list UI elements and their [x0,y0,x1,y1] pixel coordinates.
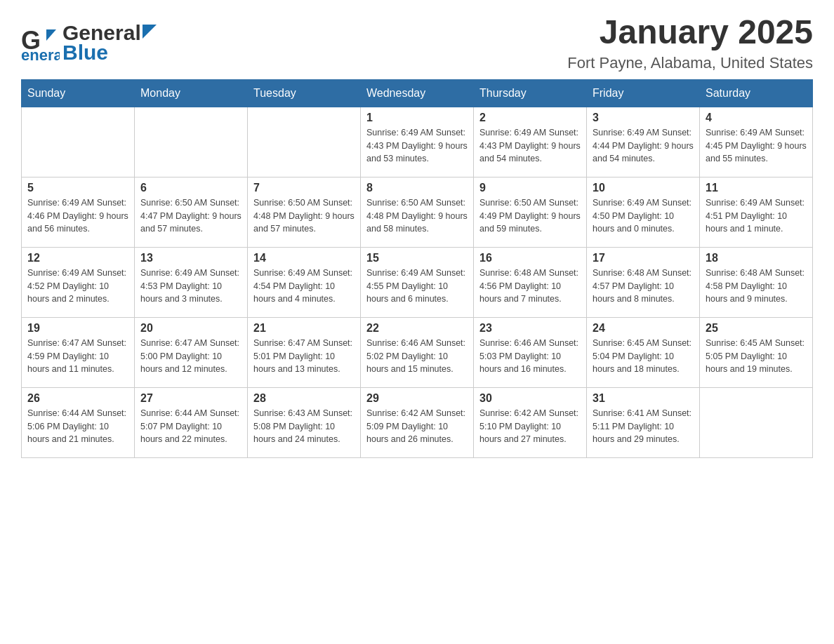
day-info: Sunrise: 6:50 AM Sunset: 4:48 PM Dayligh… [253,196,355,236]
calendar-cell: 5Sunrise: 6:49 AM Sunset: 4:46 PM Daylig… [22,177,135,247]
logo: G eneral General Blue [21,21,157,65]
calendar-cell: 27Sunrise: 6:44 AM Sunset: 5:07 PM Dayli… [135,387,248,457]
day-info: Sunrise: 6:44 AM Sunset: 5:07 PM Dayligh… [140,407,241,446]
day-info: Sunrise: 6:50 AM Sunset: 4:47 PM Dayligh… [140,196,241,236]
day-number: 24 [593,322,694,335]
calendar-cell: 1Sunrise: 6:49 AM Sunset: 4:43 PM Daylig… [361,107,474,177]
calendar-cell: 7Sunrise: 6:50 AM Sunset: 4:48 PM Daylig… [248,177,361,247]
day-info: Sunrise: 6:46 AM Sunset: 5:02 PM Dayligh… [366,337,468,376]
calendar-cell: 13Sunrise: 6:49 AM Sunset: 4:53 PM Dayli… [135,247,248,317]
weekday-header-tuesday: Tuesday [248,79,361,107]
day-number: 8 [366,182,468,194]
day-info: Sunrise: 6:41 AM Sunset: 5:11 PM Dayligh… [593,407,694,446]
svg-marker-1 [46,29,56,41]
day-info: Sunrise: 6:47 AM Sunset: 5:00 PM Dayligh… [140,337,241,376]
calendar-cell: 23Sunrise: 6:46 AM Sunset: 5:03 PM Dayli… [474,317,587,387]
day-number: 17 [593,252,694,264]
day-info: Sunrise: 6:45 AM Sunset: 5:04 PM Dayligh… [593,337,694,376]
calendar-cell: 31Sunrise: 6:41 AM Sunset: 5:11 PM Dayli… [587,387,700,457]
weekday-header-wednesday: Wednesday [361,79,474,107]
calendar-cell: 30Sunrise: 6:42 AM Sunset: 5:10 PM Dayli… [474,387,587,457]
svg-marker-3 [143,25,157,39]
day-info: Sunrise: 6:49 AM Sunset: 4:54 PM Dayligh… [253,267,355,306]
calendar-week-5: 26Sunrise: 6:44 AM Sunset: 5:06 PM Dayli… [22,387,813,457]
page-header: G eneral General Blue January 2025 Fort … [21,14,813,72]
day-info: Sunrise: 6:42 AM Sunset: 5:10 PM Dayligh… [479,407,581,446]
day-number: 4 [706,112,807,124]
title-section: January 2025 Fort Payne, Alabama, United… [567,14,813,72]
day-number: 20 [140,322,241,335]
logo-icon: G eneral [21,22,60,64]
day-number: 23 [479,322,581,335]
day-number: 14 [253,252,355,264]
day-info: Sunrise: 6:48 AM Sunset: 4:57 PM Dayligh… [593,267,694,306]
day-number: 16 [479,252,581,264]
day-info: Sunrise: 6:49 AM Sunset: 4:50 PM Dayligh… [593,196,694,236]
calendar-cell [135,107,248,177]
day-number: 7 [253,182,355,194]
calendar-cell: 14Sunrise: 6:49 AM Sunset: 4:54 PM Dayli… [248,247,361,317]
day-number: 12 [27,252,128,264]
calendar-cell: 6Sunrise: 6:50 AM Sunset: 4:47 PM Daylig… [135,177,248,247]
calendar-cell: 10Sunrise: 6:49 AM Sunset: 4:50 PM Dayli… [587,177,700,247]
day-number: 31 [593,392,694,405]
calendar-cell: 11Sunrise: 6:49 AM Sunset: 4:51 PM Dayli… [700,177,813,247]
day-number: 26 [27,392,128,405]
day-number: 29 [366,392,468,405]
weekday-header-thursday: Thursday [474,79,587,107]
weekday-header-friday: Friday [587,79,700,107]
location-title: Fort Payne, Alabama, United States [567,54,813,72]
calendar-cell: 2Sunrise: 6:49 AM Sunset: 4:43 PM Daylig… [474,107,587,177]
calendar-cell [22,107,135,177]
day-info: Sunrise: 6:45 AM Sunset: 5:05 PM Dayligh… [706,337,807,376]
day-number: 2 [479,112,581,124]
logo-triangle-icon [143,25,157,39]
day-number: 6 [140,182,241,194]
day-number: 18 [706,252,807,264]
day-info: Sunrise: 6:49 AM Sunset: 4:46 PM Dayligh… [27,196,128,236]
calendar-cell: 26Sunrise: 6:44 AM Sunset: 5:06 PM Dayli… [22,387,135,457]
calendar-table: SundayMondayTuesdayWednesdayThursdayFrid… [21,79,813,458]
month-title: January 2025 [567,14,813,51]
calendar-cell: 18Sunrise: 6:48 AM Sunset: 4:58 PM Dayli… [700,247,813,317]
day-info: Sunrise: 6:49 AM Sunset: 4:51 PM Dayligh… [706,196,807,236]
day-number: 27 [140,392,241,405]
calendar-cell: 19Sunrise: 6:47 AM Sunset: 4:59 PM Dayli… [22,317,135,387]
calendar-cell: 24Sunrise: 6:45 AM Sunset: 5:04 PM Dayli… [587,317,700,387]
calendar-cell: 21Sunrise: 6:47 AM Sunset: 5:01 PM Dayli… [248,317,361,387]
day-info: Sunrise: 6:50 AM Sunset: 4:49 PM Dayligh… [479,196,581,236]
calendar-cell [248,107,361,177]
calendar-cell: 22Sunrise: 6:46 AM Sunset: 5:02 PM Dayli… [361,317,474,387]
calendar-cell: 17Sunrise: 6:48 AM Sunset: 4:57 PM Dayli… [587,247,700,317]
day-number: 1 [366,112,468,124]
day-info: Sunrise: 6:50 AM Sunset: 4:48 PM Dayligh… [366,196,468,236]
day-info: Sunrise: 6:42 AM Sunset: 5:09 PM Dayligh… [366,407,468,446]
day-number: 11 [706,182,807,194]
day-info: Sunrise: 6:43 AM Sunset: 5:08 PM Dayligh… [253,407,355,446]
weekday-header-saturday: Saturday [700,79,813,107]
calendar-cell: 25Sunrise: 6:45 AM Sunset: 5:05 PM Dayli… [700,317,813,387]
day-number: 5 [27,182,128,194]
day-info: Sunrise: 6:48 AM Sunset: 4:56 PM Dayligh… [479,267,581,306]
day-number: 22 [366,322,468,335]
day-info: Sunrise: 6:47 AM Sunset: 4:59 PM Dayligh… [27,337,128,376]
calendar-header: SundayMondayTuesdayWednesdayThursdayFrid… [22,79,813,107]
day-info: Sunrise: 6:46 AM Sunset: 5:03 PM Dayligh… [479,337,581,376]
calendar-cell: 16Sunrise: 6:48 AM Sunset: 4:56 PM Dayli… [474,247,587,317]
day-number: 21 [253,322,355,335]
day-number: 10 [593,182,694,194]
day-info: Sunrise: 6:47 AM Sunset: 5:01 PM Dayligh… [253,337,355,376]
calendar-cell [700,387,813,457]
day-number: 19 [27,322,128,335]
calendar-cell: 12Sunrise: 6:49 AM Sunset: 4:52 PM Dayli… [22,247,135,317]
day-info: Sunrise: 6:49 AM Sunset: 4:55 PM Dayligh… [366,267,468,306]
day-info: Sunrise: 6:49 AM Sunset: 4:44 PM Dayligh… [593,126,694,166]
day-info: Sunrise: 6:44 AM Sunset: 5:06 PM Dayligh… [27,407,128,446]
day-number: 28 [253,392,355,405]
calendar-cell: 15Sunrise: 6:49 AM Sunset: 4:55 PM Dayli… [361,247,474,317]
svg-text:eneral: eneral [21,46,60,61]
calendar-cell: 4Sunrise: 6:49 AM Sunset: 4:45 PM Daylig… [700,107,813,177]
day-number: 13 [140,252,241,264]
day-number: 9 [479,182,581,194]
calendar-cell: 28Sunrise: 6:43 AM Sunset: 5:08 PM Dayli… [248,387,361,457]
